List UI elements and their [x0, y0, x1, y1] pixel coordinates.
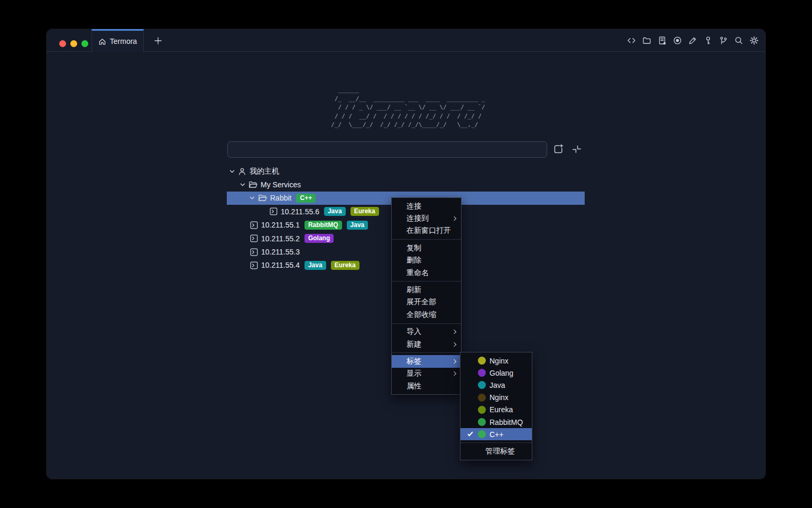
tag-badge: Eureka [350, 207, 379, 216]
add-host-button[interactable] [551, 142, 565, 156]
tag-option-golang[interactable]: Golang [460, 367, 532, 379]
folder-open-icon [258, 194, 267, 202]
menu-separator [460, 442, 532, 443]
menu-item-display[interactable]: 显示 [392, 368, 461, 380]
chevron-down-icon[interactable] [250, 195, 255, 201]
tag-option-java[interactable]: Java [460, 379, 532, 391]
tag-badge: Eureka [331, 261, 359, 270]
menu-item-refresh[interactable]: 刷新 [392, 284, 461, 296]
tag-color-dot [478, 394, 486, 402]
menu-separator [392, 239, 461, 240]
collapse-all-button[interactable] [570, 142, 584, 156]
edit-icon[interactable] [688, 36, 697, 46]
ascii-logo: ______ /_ __/__ _________ ___ ____ _____… [331, 86, 485, 130]
branch-icon[interactable] [718, 36, 728, 46]
log-icon[interactable] [657, 36, 667, 46]
tag-badge: Java [324, 207, 346, 216]
tag-badge: C++ [296, 194, 316, 203]
tag-badge: Java [304, 261, 326, 270]
chevron-down-icon[interactable] [240, 182, 245, 187]
tag-option-rabbitmq[interactable]: RabbitMQ [460, 416, 532, 428]
tree-label: 10.211.55.4 [261, 261, 300, 269]
tag-color-dot [478, 381, 486, 389]
menu-separator [392, 323, 461, 324]
menu-separator [392, 352, 461, 353]
manage-tags-item[interactable]: 管理标签 [460, 445, 532, 457]
tag-submenu: Nginx Golang Java Nginx Eureka RabbitMQ … [460, 352, 532, 460]
tag-badge: Java [347, 221, 368, 230]
tree-label: Rabbit [270, 194, 291, 202]
tree-label: 10.211.55.6 [281, 207, 319, 216]
tag-badge: Golang [304, 234, 334, 243]
tag-color-dot [478, 406, 486, 414]
submenu-arrow-icon [452, 359, 456, 364]
tree-label: My Services [261, 180, 301, 189]
menu-item-tags[interactable]: 标签 [392, 355, 461, 367]
tag-color-dot [478, 430, 486, 438]
menu-item-import[interactable]: 导入 [392, 326, 461, 338]
tag-color-dot [478, 418, 486, 426]
submenu-arrow-icon [452, 371, 456, 376]
menu-item-open-in-new-window[interactable]: 在新窗口打开 [392, 225, 461, 237]
chevron-down-icon[interactable] [229, 169, 235, 174]
minimize-window-button[interactable] [70, 40, 77, 47]
user-icon [238, 167, 246, 176]
folder-open-icon [248, 180, 257, 189]
context-menu: 连接 连接到 在新窗口打开 复制 删除 重命名 刷新 展开全部 全部收缩 导入 … [391, 197, 462, 395]
submenu-arrow-icon [452, 216, 456, 221]
tab-bar: Termora [47, 29, 765, 52]
menu-item-rename[interactable]: 重命名 [392, 267, 461, 279]
traffic-lights [59, 40, 88, 47]
settings-icon[interactable] [749, 36, 759, 46]
menu-item-expand-all[interactable]: 展开全部 [392, 296, 461, 309]
menu-item-copy[interactable]: 复制 [392, 242, 461, 254]
menu-item-properties[interactable]: 属性 [392, 380, 461, 392]
menu-item-collapse-all[interactable]: 全部收缩 [392, 309, 461, 321]
tree-label: 10.211.55.3 [261, 248, 300, 256]
zoom-window-button[interactable] [81, 40, 88, 47]
tree-label: 10.211.55.1 [261, 221, 300, 229]
tag-badge: RabbitMQ [304, 221, 342, 230]
home-icon [98, 38, 106, 46]
search-icon[interactable] [734, 36, 743, 46]
menu-item-new[interactable]: 新建 [392, 338, 461, 350]
tree-label: 我的主机 [250, 167, 279, 176]
close-window-button[interactable] [59, 40, 66, 47]
app-window: Termora [47, 29, 765, 479]
tag-option-cpp[interactable]: C++ [460, 428, 532, 440]
terminal-icon [250, 234, 258, 242]
terminal-icon [250, 261, 258, 269]
check-icon [467, 431, 473, 437]
tab-termora[interactable]: Termora [91, 29, 144, 52]
new-tab-button[interactable] [150, 32, 166, 49]
record-icon[interactable] [672, 36, 682, 46]
tag-option-eureka[interactable]: Eureka [460, 404, 532, 416]
terminal-icon [250, 221, 258, 229]
tree-row-my-hosts[interactable]: 我的主机 [227, 165, 585, 178]
submenu-arrow-icon [452, 330, 456, 334]
submenu-arrow-icon [452, 342, 456, 346]
menu-item-connect-to[interactable]: 连接到 [392, 212, 461, 224]
tag-option-nginx-2[interactable]: Nginx [460, 392, 532, 404]
menu-item-delete[interactable]: 删除 [392, 255, 461, 267]
toolbar [626, 29, 759, 52]
host-search-input[interactable] [227, 141, 547, 158]
terminal-icon [270, 207, 278, 215]
content-area: ______ /_ __/__ _________ ___ ____ _____… [47, 52, 765, 478]
tag-color-dot [478, 357, 486, 365]
key-icon[interactable] [703, 36, 713, 46]
terminal-icon [250, 248, 258, 256]
tag-option-nginx[interactable]: Nginx [460, 355, 532, 367]
code-icon[interactable] [626, 36, 636, 46]
tree-row-my-services[interactable]: My Services [227, 178, 585, 191]
folder-icon[interactable] [642, 36, 651, 46]
menu-item-connect[interactable]: 连接 [392, 200, 461, 212]
tree-label: 10.211.55.2 [261, 234, 300, 243]
tag-color-dot [478, 369, 486, 377]
menu-separator [392, 281, 461, 282]
tab-label: Termora [110, 37, 137, 46]
